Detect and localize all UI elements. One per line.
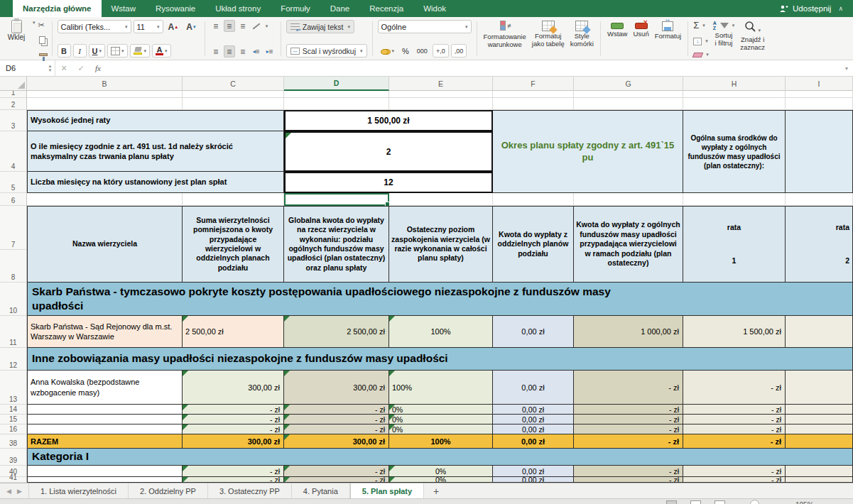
row-header-5[interactable]: 5 [0, 172, 27, 193]
cell-E38[interactable]: 100% [389, 434, 493, 449]
cell-B6[interactable] [27, 193, 183, 206]
header-kwota-ogolne[interactable]: Kwota do wypłaty z ogólnych funduszów ma… [574, 206, 683, 283]
cell-H14[interactable]: - zł [683, 405, 786, 415]
autosum-icon[interactable]: Σ [693, 20, 699, 31]
section-skarb-panstwa[interactable]: Skarb Państwa - tymczasowo pokryte koszt… [27, 283, 853, 316]
cell-F41[interactable]: 0,00 zł [493, 477, 574, 483]
cell-G40[interactable]: - zł [574, 466, 683, 477]
cell-C6[interactable] [183, 193, 284, 206]
add-sheet-button[interactable]: + [424, 483, 448, 498]
cell-E6[interactable] [389, 193, 493, 206]
section-inne-zobowiazania[interactable]: Inne zobowiązania masy upadłości niezasp… [27, 348, 853, 371]
paste-button[interactable]: Wklej [4, 20, 28, 58]
column-header-B[interactable]: B [27, 77, 183, 91]
cell-H2[interactable] [683, 98, 786, 110]
cell-F40[interactable]: 0,00 zł [493, 466, 574, 477]
cell-I16[interactable] [786, 424, 853, 434]
cell-F13[interactable]: 0,00 zł [493, 371, 574, 405]
align-center-icon[interactable]: ≡ [224, 45, 235, 57]
row-header-3[interactable]: 3 [0, 110, 27, 131]
fill-down-icon[interactable]: ↓ [693, 38, 702, 45]
formula-input[interactable] [107, 60, 840, 76]
underline-button[interactable]: U▾ [89, 44, 105, 57]
normal-view-icon[interactable] [666, 500, 677, 504]
row-header-1[interactable]: 1 [0, 91, 27, 98]
cell-G6[interactable] [574, 193, 683, 206]
thousands-separator-button[interactable]: 000 [414, 44, 430, 57]
header-ostateczny-poziom[interactable]: Ostateczny poziom zaspokojenia wierzycie… [389, 206, 493, 283]
copy-icon[interactable] [39, 36, 45, 44]
cell-B38-razem[interactable]: RAZEM [27, 434, 183, 449]
cell-E16[interactable]: 0% [389, 424, 493, 434]
cell-C16[interactable]: - zł [183, 424, 284, 434]
delete-cells-button[interactable]: Usuń [630, 19, 651, 58]
cell-F15[interactable]: 0,00 zł [493, 415, 574, 424]
cell-D41[interactable]: - zł [284, 477, 389, 483]
cell-D5-value[interactable]: 12 [284, 172, 493, 193]
header-suma-wierzytelnosci[interactable]: Suma wierzytelności pomniejszona o kwoty… [183, 206, 284, 283]
cell-I11[interactable] [786, 316, 853, 348]
column-header-G[interactable]: G [574, 77, 683, 91]
cell-D40[interactable]: - zł [284, 466, 389, 477]
row-header-6[interactable]: 6 [0, 193, 27, 206]
cell-B2[interactable] [27, 98, 183, 110]
cell-B1[interactable] [27, 91, 183, 98]
sheet-tab-lista-wierzytelnosci[interactable]: 1. Lista wierzytelności [28, 483, 129, 498]
cell-D1[interactable] [284, 91, 389, 98]
row-header-39[interactable]: 39 [0, 449, 27, 466]
format-as-table-button[interactable]: Formatujjako tabelę [529, 19, 567, 58]
cell-I1[interactable] [786, 91, 853, 98]
wrap-text-button[interactable]: Zawijaj tekst▾ [286, 20, 354, 33]
cell-G41[interactable]: - zł [574, 477, 683, 483]
orientation-icon[interactable] [251, 20, 262, 32]
align-right-icon[interactable]: ≡ [237, 45, 249, 57]
paste-dropdown-icon[interactable]: ▾ [33, 20, 36, 58]
zoom-slider-thumb[interactable] [750, 500, 759, 504]
cell-styles-button[interactable]: Stylekomórki [567, 19, 597, 58]
page-break-view-icon[interactable] [715, 500, 725, 504]
cell-G13[interactable]: - zł [574, 371, 683, 405]
cell-G14[interactable]: - zł [574, 405, 683, 415]
cell-D3-value[interactable]: 1 500,00 zł [284, 110, 493, 131]
row-header-13[interactable]: 13 [0, 371, 27, 405]
row-header-16[interactable]: 16 [0, 424, 27, 434]
tab-formulas[interactable]: Formuły [271, 0, 320, 17]
align-bottom-icon[interactable]: ≡ [237, 20, 249, 32]
tab-draw[interactable]: Rysowanie [146, 0, 205, 17]
cell-H15[interactable]: - zł [683, 415, 786, 424]
zoom-level[interactable]: 105% [795, 501, 814, 504]
cell-B4-label[interactable]: O ile miesięcy zgodnie z art. 491 ust. 1… [27, 131, 284, 172]
cell-D11[interactable]: 2 500,00 zł [284, 316, 389, 348]
column-header-D[interactable]: D [284, 77, 389, 91]
align-left-icon[interactable]: ≡ [210, 45, 222, 57]
cell-E14[interactable]: 0% [389, 405, 493, 415]
increase-decimal-button[interactable]: +,0 [433, 44, 449, 57]
cell-H16[interactable]: - zł [683, 424, 786, 434]
cell-E11[interactable]: 100% [389, 316, 493, 348]
decrease-decimal-button[interactable]: ,00 [451, 44, 467, 57]
row-header-11[interactable]: 11 [0, 316, 27, 348]
row-header-7[interactable]: 7 [0, 206, 27, 250]
cell-G11[interactable]: 1 000,00 zł [574, 316, 683, 348]
sheet-tab-ostateczny-pp[interactable]: 3. Ostateczny PP [208, 483, 292, 498]
cell-D16[interactable]: - zł [284, 424, 389, 434]
decrease-indent-icon[interactable]: ◂≡ [251, 45, 262, 57]
cell-B16[interactable] [27, 424, 183, 434]
column-header-E[interactable]: E [389, 77, 493, 91]
sheet-tab-plan-splaty[interactable]: 5. Plan spłaty [350, 483, 424, 498]
section-kategoria-1[interactable]: Kategoria I [27, 449, 853, 466]
share-button[interactable]: Udostępnij ∧ [779, 0, 853, 17]
row-header-15[interactable]: 15 [0, 415, 27, 424]
cell-H3-ogolna-label[interactable]: Ogólna suma środków do wypłaty z ogólnyc… [683, 110, 786, 193]
cell-F3-okres-note[interactable]: Okres planu spłaty zgodny z art. 491`15 … [493, 110, 683, 193]
sheet-next-icon[interactable]: ▶ [17, 488, 22, 495]
cell-C15[interactable]: - zł [183, 415, 284, 424]
cell-C40[interactable]: - zł [183, 466, 284, 477]
row-header-8[interactable]: 8 [0, 250, 27, 283]
cell-E41[interactable]: 0% [389, 477, 493, 483]
row-header-2[interactable]: 2 [0, 98, 27, 110]
tab-home[interactable]: Narzędzia główne [13, 0, 102, 17]
column-header-F[interactable]: F [493, 77, 574, 91]
cell-I41[interactable] [786, 477, 853, 483]
cell-I6[interactable] [786, 193, 853, 206]
